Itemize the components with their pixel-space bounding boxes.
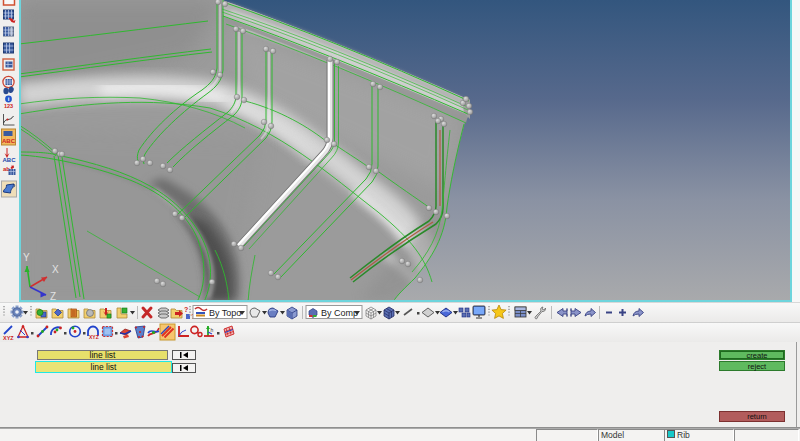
svg-text:By Topo: By Topo	[209, 308, 241, 318]
svg-text:Y: Y	[23, 252, 30, 263]
svg-text:XYZ: XYZ	[3, 335, 14, 341]
svg-text:h: h	[211, 327, 214, 333]
svg-text:XYZ: XYZ	[89, 334, 99, 340]
svg-text:123: 123	[4, 103, 13, 109]
svg-text:X: X	[52, 264, 59, 275]
svg-text:By Comp: By Comp	[321, 308, 358, 318]
svg-text:ABC: ABC	[3, 157, 17, 163]
svg-text:?: ?	[184, 306, 188, 313]
svg-text:ABC: ABC	[2, 138, 16, 144]
